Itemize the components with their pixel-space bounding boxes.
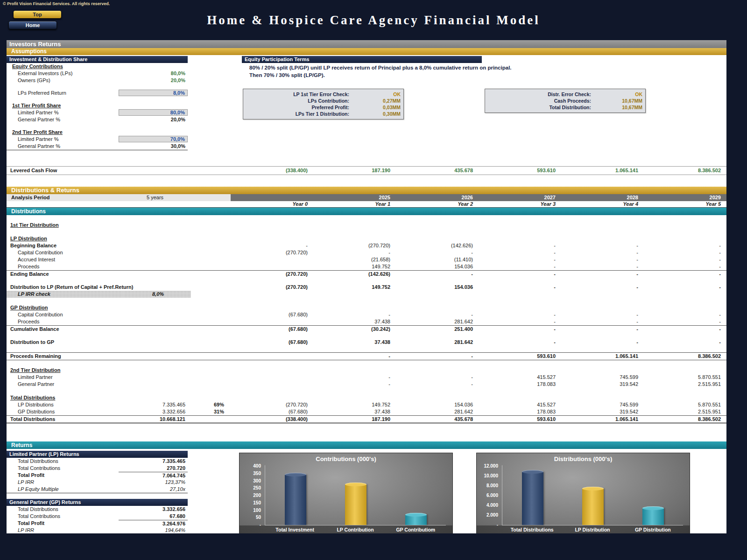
- y-tick: 350: [253, 471, 261, 476]
- cell-year0: (270.720): [231, 401, 313, 408]
- row-label: LP IRR check: [7, 291, 123, 298]
- cell-year3: -: [479, 242, 561, 249]
- bar-total-distributions: [522, 472, 543, 525]
- row-percent: 69%: [191, 401, 231, 408]
- assumption-row: LPs Preferred Return 8,0%: [7, 90, 188, 97]
- cell-year2: -: [396, 353, 479, 360]
- plot-area: [502, 465, 683, 525]
- returns-label: Total Contributions: [7, 465, 119, 472]
- cell-year4: -: [561, 311, 644, 318]
- y-axis: 12.00010.0008.0006.0004.0002.000-: [480, 463, 502, 527]
- bar-cap: [642, 506, 664, 510]
- assumption-row: General Partner % 20,0%: [7, 116, 188, 123]
- year-label-4: Year 4: [561, 201, 644, 207]
- bottom-banner: [0, 533, 747, 560]
- year-label-0: Year 0: [231, 201, 313, 207]
- cell-year4: 1.065.141: [561, 416, 644, 423]
- top-button[interactable]: Top: [13, 10, 62, 19]
- table-row: Accrued Interest (21.658) (11.410) - - -: [7, 256, 726, 263]
- cell-year4: -: [561, 263, 644, 270]
- row-label: 1st Tier Distribution: [7, 222, 123, 229]
- distributions-table: 1st Tier Distribution LP: [7, 215, 726, 424]
- assumption-row: [7, 97, 188, 102]
- cell-year5: -: [644, 326, 726, 333]
- cell-year3: 178.083: [479, 408, 561, 415]
- returns-area: Limited Partner (LP) Returns Total Distr…: [7, 449, 726, 540]
- check-rows: LP 1st Tier Error Check: OK LPs Contribu…: [246, 91, 401, 117]
- cell-year1: 37.438: [313, 339, 396, 346]
- cell-year2: 154.036: [396, 284, 479, 291]
- cell-year2: -: [396, 249, 479, 256]
- table-row: Proceeds Remaining - - 593.610 1.065.141…: [7, 352, 726, 360]
- y-tick: 4.000: [486, 503, 498, 508]
- cell-year4: -: [561, 271, 644, 278]
- assumption-value: [119, 129, 188, 136]
- cell-year1: (270.720): [313, 242, 396, 249]
- assumption-label: [7, 84, 119, 90]
- table-row: [7, 332, 726, 339]
- table-row: 2nd Tier Distribution: [7, 367, 726, 374]
- check-row: LP 1st Tier Error Check: OK: [246, 91, 401, 98]
- assumption-value[interactable]: 70,0%: [119, 136, 188, 142]
- returns-value: 123,37%: [119, 479, 188, 486]
- table-row: Total Distributions: [7, 394, 726, 401]
- assumption-label: Equity Contributions: [7, 63, 119, 70]
- table-row: [7, 388, 726, 394]
- cell-year1: -: [313, 381, 396, 388]
- bar-lp-contribution: [345, 484, 366, 525]
- row-label: Total Distributions: [7, 416, 123, 423]
- assumption-value: 20,0%: [119, 116, 188, 123]
- y-tick: 400: [253, 463, 261, 469]
- row-label: Capital Contribution: [7, 249, 123, 256]
- returns-row: LP IRR 123,37%: [7, 479, 188, 486]
- assumption-value: [119, 97, 188, 102]
- assumption-row: Owners (GPs) 20,0%: [7, 77, 188, 84]
- y-tick: 200: [253, 493, 261, 498]
- table-row: Capital Contribution (67.680) - - - - -: [7, 311, 726, 318]
- cell-year3: -: [479, 284, 561, 291]
- assumption-row: Equity Contributions: [7, 63, 188, 70]
- cell-year0: (67.680): [231, 408, 313, 415]
- y-tick: 50: [256, 515, 261, 520]
- assumption-value[interactable]: 8,0%: [119, 90, 188, 96]
- levered-cell-year1: 187.190: [313, 167, 396, 175]
- cell-year5: 5.870.551: [644, 374, 726, 381]
- assumption-label: General Partner %: [7, 116, 119, 123]
- check-value: 10,67MM: [591, 98, 642, 104]
- cell-year0: (270.720): [231, 284, 313, 291]
- cell-year5: -: [644, 263, 726, 270]
- table-row: General Partner - - 178.083 319.542 2.51…: [7, 381, 726, 388]
- cell-year4: 745.599: [561, 374, 644, 381]
- row-label: Proceeds: [7, 263, 123, 270]
- assumption-value[interactable]: 80,0%: [119, 109, 188, 116]
- levered-cell-year4: 1.065.141: [561, 167, 644, 175]
- home-button[interactable]: Home: [8, 21, 57, 29]
- row-label: Proceeds Remaining: [7, 353, 123, 360]
- cell-year5: -: [644, 249, 726, 256]
- cell-year5: -: [644, 284, 726, 291]
- cell-year4: -: [561, 284, 644, 291]
- check-label: Cash Proceeds:: [488, 98, 591, 104]
- cell-year5: -: [644, 256, 726, 263]
- year-header-2026: 2026: [396, 194, 479, 201]
- assumption-value: [119, 102, 188, 109]
- levered-cell-year0: (338.400): [231, 167, 313, 175]
- y-tick: 8.000: [486, 483, 498, 488]
- year-header-2029: 2029: [644, 194, 726, 201]
- cell-year1: 37.438: [313, 408, 396, 415]
- levered-cell-year5: 8.386.502: [644, 167, 726, 175]
- cell-year5: 8.386.502: [644, 416, 726, 423]
- chart-title: Contributions (000's): [240, 453, 452, 463]
- assumption-row: General Partner % 30,0%: [7, 143, 188, 150]
- cell-year4: 319.542: [561, 381, 644, 388]
- returns-row: Total Profit 7.064.745: [7, 472, 188, 479]
- check-label: Total Distribution:: [488, 104, 591, 111]
- returns-value: 27,10x: [119, 486, 188, 493]
- returns-value: 7.064.745: [119, 472, 188, 479]
- analysis-period-value[interactable]: 5 years: [147, 194, 163, 201]
- contributions-chart: Contributions (000's) 400350300250200150…: [239, 453, 453, 535]
- row-label: General Partner: [7, 381, 123, 388]
- cell-year2: 281.642: [396, 339, 479, 346]
- bar-cap: [345, 483, 366, 486]
- cell-year1: 37.438: [313, 318, 396, 325]
